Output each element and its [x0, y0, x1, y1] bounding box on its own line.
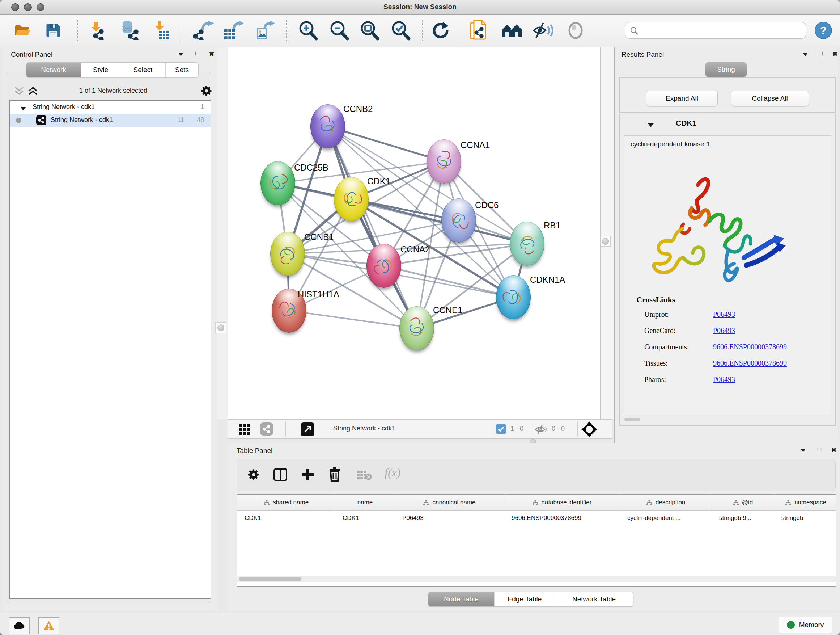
- open-view-icon[interactable]: [301, 423, 314, 436]
- expand-all-button[interactable]: Expand All: [646, 90, 718, 106]
- panel-float-icon[interactable]: □: [818, 446, 821, 453]
- network-node-ccna2[interactable]: [366, 244, 401, 288]
- network-node-cdkn1a[interactable]: [496, 275, 531, 319]
- network-node-ccna1[interactable]: [426, 139, 461, 184]
- network-overview-homes-icon[interactable]: [501, 22, 523, 40]
- crosslink-link[interactable]: P06493: [713, 310, 735, 318]
- panel-close-icon[interactable]: ✖: [831, 447, 836, 454]
- table-row[interactable]: CDK1CDK1P064939606.ENSP00000378699cyclin…: [237, 511, 836, 525]
- search-input[interactable]: [641, 24, 802, 37]
- hidden-eye-icon[interactable]: [534, 424, 547, 436]
- panel-menu-icon[interactable]: [800, 448, 806, 454]
- import-network-from-database-icon[interactable]: [119, 21, 140, 42]
- open-session-icon[interactable]: [14, 24, 31, 39]
- table-settings-gear-icon[interactable]: [247, 468, 260, 483]
- fit-content-crosshair-icon[interactable]: [581, 421, 597, 439]
- tab-select[interactable]: Select: [120, 63, 166, 77]
- select-columns-icon[interactable]: [273, 467, 287, 483]
- column-header-description[interactable]: description: [620, 494, 712, 510]
- tab-network[interactable]: Network: [27, 63, 81, 77]
- network-tree-item-selected[interactable]: String Network - cdk1 11 48: [10, 114, 210, 127]
- zoom-out-icon[interactable]: [328, 20, 349, 42]
- network-node-ccne1[interactable]: [399, 306, 434, 350]
- column-header-shared-name[interactable]: shared name: [237, 494, 335, 510]
- network-collection-label: String Network - cdk1: [33, 103, 95, 111]
- import-network-icon[interactable]: [88, 21, 107, 41]
- network-tree-root-row[interactable]: String Network - cdk1 1: [10, 101, 210, 114]
- expand-all-networks-icon[interactable]: [27, 86, 38, 97]
- zoom-fit-icon[interactable]: [359, 20, 380, 42]
- tree-expand-icon[interactable]: [20, 105, 26, 112]
- memory-button[interactable]: Memory: [778, 616, 832, 633]
- import-table-icon[interactable]: [153, 21, 171, 42]
- splitter-handle[interactable]: [215, 322, 226, 333]
- node-table: shared namename canonical name database …: [237, 494, 836, 587]
- vertical-splitter-right[interactable]: [600, 47, 614, 419]
- column-header-canonical-name[interactable]: canonical name: [395, 494, 504, 510]
- delete-table-icon[interactable]: [356, 470, 372, 483]
- column-header-database-identifier[interactable]: database identifier: [504, 494, 620, 510]
- network-node-cdk1[interactable]: [334, 177, 369, 221]
- tab-network-table[interactable]: Network Table: [555, 592, 633, 606]
- collapse-all-button[interactable]: Collapse All: [731, 90, 809, 106]
- table-body: CDK1CDK1P064939606.ENSP00000378699cyclin…: [237, 511, 836, 525]
- panel-menu-icon[interactable]: [178, 51, 184, 58]
- crosslink-link[interactable]: P06493: [713, 375, 735, 384]
- network-node-ccnb1[interactable]: [270, 232, 305, 276]
- column-header-name[interactable]: name: [335, 494, 395, 510]
- network-view-canvas[interactable]: CCNB2 CCNA1 CDC25B CDK1: [228, 47, 600, 419]
- refresh-icon[interactable]: [431, 21, 450, 41]
- crosslink-link[interactable]: 9606.ENSP00000378699: [713, 359, 787, 367]
- network-node-cdc25b[interactable]: [261, 161, 295, 205]
- tab-sets[interactable]: Sets: [166, 63, 198, 77]
- vertical-splitter-left[interactable]: [217, 47, 228, 419]
- column-type-icon: [785, 500, 791, 505]
- string-view-icon[interactable]: [260, 423, 273, 435]
- hide-unhide-icon[interactable]: [532, 21, 554, 41]
- column-type-icon: [646, 500, 652, 505]
- zoom-in-icon[interactable]: [297, 20, 318, 42]
- results-hscroll-thumb[interactable]: [624, 418, 640, 421]
- network-node-cdc6[interactable]: [441, 198, 476, 242]
- crosslink-link[interactable]: P06493: [713, 326, 735, 335]
- export-table-icon[interactable]: [223, 21, 244, 42]
- panel-float-icon[interactable]: □: [195, 50, 199, 57]
- panel-close-icon[interactable]: ✖: [832, 50, 837, 58]
- tab-style[interactable]: Style: [81, 63, 120, 77]
- panel-menu-icon[interactable]: [802, 51, 808, 58]
- section-collapse-icon[interactable]: [647, 122, 654, 129]
- panel-float-icon[interactable]: □: [819, 50, 823, 57]
- document-network-icon[interactable]: [470, 20, 490, 42]
- function-builder-icon[interactable]: f(x): [385, 466, 401, 479]
- help-icon[interactable]: ?: [815, 22, 832, 41]
- panel-close-icon[interactable]: ✖: [209, 50, 214, 58]
- table-hscroll-thumb[interactable]: [239, 577, 302, 581]
- export-network-icon[interactable]: [193, 21, 214, 42]
- warning-button[interactable]: [38, 617, 59, 634]
- tab-string[interactable]: String: [706, 62, 747, 77]
- network-node-rb1[interactable]: [510, 222, 545, 266]
- delete-column-trash-icon[interactable]: [328, 467, 341, 483]
- add-column-icon[interactable]: [302, 468, 314, 483]
- save-session-icon[interactable]: [46, 23, 61, 40]
- grid-view-icon[interactable]: [238, 424, 250, 437]
- crosslink-link[interactable]: 9606.ENSP00000378699: [713, 343, 787, 351]
- column-header--id[interactable]: @id: [712, 494, 774, 510]
- export-image-icon[interactable]: [255, 21, 275, 42]
- table-cell: CDK1: [237, 511, 335, 525]
- search-field[interactable]: [625, 22, 806, 39]
- tab-edge-table[interactable]: Edge Table: [494, 592, 555, 606]
- tab-node-table[interactable]: Node Table: [428, 592, 494, 606]
- eye-icon[interactable]: [566, 21, 585, 41]
- table-hscrollbar[interactable]: [237, 576, 836, 582]
- selected-checkbox[interactable]: [496, 424, 506, 434]
- column-type-icon: [733, 500, 739, 505]
- column-header-namespace[interactable]: namespace: [774, 494, 836, 510]
- network-node-ccnb2[interactable]: [310, 104, 345, 149]
- zoom-selected-icon[interactable]: [390, 20, 411, 42]
- cloud-button[interactable]: [9, 617, 30, 634]
- protein-structure-thumb: [441, 198, 476, 242]
- collapse-all-networks-icon[interactable]: [14, 86, 25, 97]
- splitter-handle[interactable]: [600, 236, 611, 247]
- network-options-gear-icon[interactable]: [201, 85, 213, 98]
